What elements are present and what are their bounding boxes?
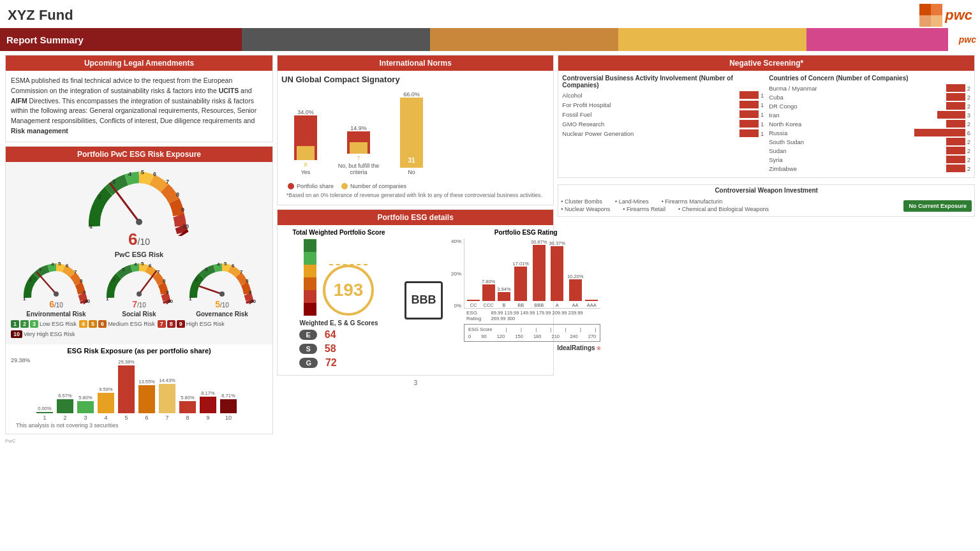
aifm-text: AIFM [11, 97, 27, 105]
business-col: Controversial Business Activity Involvem… [562, 75, 764, 173]
esg-details-body: Total Weighted Portfolio Score [278, 225, 553, 375]
svg-text:1: 1 [89, 223, 93, 230]
svg-text:10: 10 [167, 298, 173, 304]
weighted-title: Weighted E, S & G Scores [299, 320, 378, 327]
total-score-section: Total Weighted Portfolio Score [281, 229, 396, 371]
e-score-row: E 64 [299, 329, 378, 341]
svg-text:4: 4 [217, 261, 220, 267]
weapon-section: Controversial Weapon Investment • Cluste… [558, 184, 975, 217]
svg-text:10: 10 [84, 298, 90, 304]
g-score-row: G 72 [299, 357, 378, 369]
no-exposure-badge: No Current Exposure [903, 200, 972, 212]
color-bar-pwc: pwc [948, 28, 980, 51]
svg-text:9: 9 [181, 207, 184, 213]
y-axis: 40% 20% 0% [451, 239, 463, 309]
rating-bb: 17.01% BB [513, 261, 529, 308]
bar-2: 6.57% 2 [57, 393, 73, 421]
svg-text:5: 5 [141, 169, 144, 175]
svg-text:4: 4 [51, 261, 54, 267]
badge-6: 6 [98, 320, 107, 328]
svg-line-28 [139, 271, 156, 294]
country-sudan: Sudan 2 [769, 147, 970, 154]
svg-text:6: 6 [66, 263, 69, 268]
svg-text:4: 4 [128, 171, 131, 177]
env-gauge-svg: 1 2 3 4 5 6 7 8 9 10 [18, 261, 94, 304]
bar-1: 0.00% 1 [36, 406, 53, 421]
g-score: 72 [325, 357, 337, 369]
main-score-display: 6/10 [128, 230, 150, 249]
svg-text:5: 5 [224, 261, 227, 267]
neg-screening-section: Negative Screening* Controversial Busine… [558, 55, 975, 178]
un-chart-legend: Portfolio share Number of companies [281, 183, 549, 189]
risk-legend: 1 2 3 Low ESG Risk 4 5 6 Medium ESG Risk… [11, 320, 267, 338]
svg-text:3: 3 [122, 267, 125, 272]
bar-4: 9.59% 4 [98, 386, 114, 421]
s-score: 58 [325, 343, 336, 355]
legal-body: ESMA published its final technical advic… [6, 71, 272, 142]
gov-label: Governance Risk [196, 311, 248, 318]
soc-score-display: 7/10 [132, 299, 146, 309]
env-suffix: /10 [54, 302, 63, 309]
bar-7: 14.43% 7 [159, 378, 175, 421]
svg-text:10: 10 [182, 223, 189, 230]
svg-text:2: 2 [29, 277, 33, 283]
svg-text:7: 7 [166, 179, 169, 185]
countries-title: Countries of Concern (Number of Companie… [769, 75, 970, 82]
right-column: Negative Screening* Controversial Busine… [558, 55, 975, 547]
badge-2: 2 [20, 320, 29, 328]
portfolio-esg-section: Portfolio PwC ESG Risk Exposure [5, 146, 273, 434]
weapon-row-1: • Cluster Bombs • Land-Mines • Firearms … [561, 198, 900, 205]
portfolio-esg-header: Portfolio PwC ESG Risk Exposure [6, 147, 272, 162]
med-risk-item: 4 5 6 Medium ESG Risk [79, 320, 155, 328]
main-gauge: 1 2 3 4 5 6 7 8 9 10 6/10 PwC ESG Ris [75, 166, 203, 258]
svg-point-5 [136, 219, 142, 225]
badge-10: 10 [11, 330, 22, 338]
gov-score-display: 5/10 [215, 299, 229, 309]
bar-10: 6.71% 10 [220, 393, 237, 421]
svg-text:3: 3 [112, 179, 115, 185]
svg-text:2: 2 [112, 277, 115, 283]
neg-screening-header: Negative Screening* [558, 55, 974, 71]
neg-row-nuclear: Nuclear Power Generation 1 [562, 129, 764, 137]
legend-dot-yellow [341, 183, 348, 189]
main-content: Upcoming Legal Amendments ESMA published… [0, 51, 980, 551]
s-score-row: S 58 [299, 343, 378, 355]
bar-9: 8.17% 9 [200, 390, 216, 421]
env-score-display: 6/10 [49, 299, 63, 309]
svg-text:5: 5 [141, 261, 144, 267]
country-syria: Syria 2 [769, 156, 970, 163]
svg-text:3: 3 [205, 267, 208, 272]
svg-rect-3 [931, 15, 942, 27]
svg-text:10: 10 [250, 298, 256, 304]
bbb-badge: BBB [405, 281, 443, 320]
legend-portfolio: Portfolio share [288, 183, 334, 189]
legal-section: Upcoming Legal Amendments ESMA published… [5, 55, 273, 142]
high-risk-item: 7 8 9 High ESG Risk [158, 320, 225, 328]
bar-8: 5.80% 8 [179, 395, 196, 421]
svg-text:5: 5 [58, 261, 61, 267]
svg-text:1: 1 [189, 296, 192, 302]
svg-text:8: 8 [80, 278, 83, 284]
weapon-row-2: • Nuclear Weapons • Firearms Retail • Ch… [561, 206, 900, 212]
svg-rect-0 [919, 4, 931, 15]
svg-rect-2 [919, 15, 931, 27]
legend-companies: Number of companies [341, 183, 406, 189]
country-southsudan: South Sudan 2 [769, 138, 970, 145]
intl-norms-header: International Norms [278, 55, 553, 71]
rating-bbb: 30.67% BBB [531, 239, 547, 308]
color-bar-report: Report Summary [0, 28, 242, 51]
svg-text:4: 4 [134, 261, 137, 267]
un-title: UN Global Compact Signatory [281, 75, 549, 84]
env-label: Environmental Risk [26, 311, 85, 318]
un-bar-nobut-yellow [350, 142, 368, 154]
esg-details-header: Portfolio ESG details [278, 210, 553, 225]
country-zimbabwe: Zimbabwe 2 [769, 165, 970, 172]
soc-label: Social Risk [122, 311, 156, 318]
score-visual: 193 [304, 239, 374, 316]
badge-1: 1 [11, 320, 19, 328]
big-score-circle: 193 [323, 265, 374, 316]
svg-text:9: 9 [249, 290, 252, 295]
env-gauge: 1 2 3 4 5 6 7 8 9 10 6/10 [18, 261, 94, 318]
neg-row-hospital: For Profit Hospital 1 [562, 101, 764, 108]
color-bar-4 [618, 28, 806, 51]
